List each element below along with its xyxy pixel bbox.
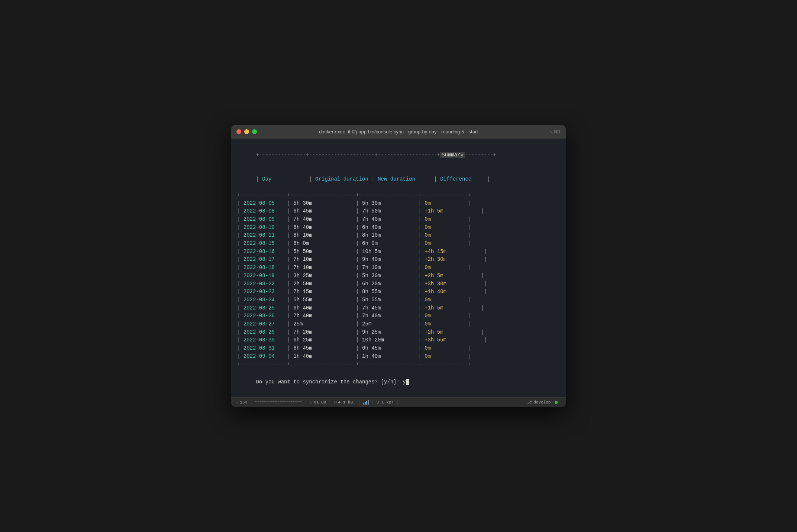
cell-day: 2022-08-29 <box>243 329 284 335</box>
col-diff-header: Difference <box>440 176 484 182</box>
bar4 <box>368 400 369 405</box>
cell-original: 5h 55m <box>293 297 353 303</box>
table-row: | 2022-09-04 | 1h 40m | 1h 40m | 0m | <box>237 353 560 361</box>
cell-day: 2022-08-30 <box>243 337 284 343</box>
summary-title: Summary <box>440 152 465 158</box>
cell-original: 7h 10m <box>293 265 353 270</box>
cell-day: 2022-08-17 <box>243 256 284 262</box>
cell-diff: 0m <box>425 224 431 230</box>
table-row: | 2022-08-09 | 7h 40m | 7h 40m | 0m | <box>237 215 560 224</box>
cell-day: 2022-08-22 <box>243 281 284 287</box>
cell-new: 5h 30m <box>362 200 415 206</box>
cell-new: 1h 40m <box>362 353 415 359</box>
network-down-value: 4.1 kB↓ <box>338 400 355 405</box>
terminal-body: +---------------+---------------------+-… <box>231 139 566 397</box>
cell-day: 2022-08-08 <box>243 208 284 214</box>
cell-new: 8h 55m <box>362 289 415 295</box>
table-rows: | 2022-08-05 | 5h 30m | 5h 30m | 0m || 2… <box>237 200 560 361</box>
cell-original: 25m <box>293 321 353 327</box>
cell-original: 7h 10m <box>293 256 353 262</box>
table-row: | 2022-08-27 | 25m | 25m | 0m | <box>237 320 560 328</box>
cell-new: 7h 45m <box>362 305 415 311</box>
cell-day: 2022-08-27 <box>243 321 284 327</box>
table-row: | 2022-08-11 | 8h 10m | 8h 10m | 0m | <box>237 231 560 240</box>
cell-original: 8h 10m <box>293 232 353 238</box>
terminal-window: docker exec -it t2j-app bin/console sync… <box>231 125 566 407</box>
network-up-value: 3.1 kB↑ <box>377 400 394 405</box>
prompt-line: Do you want to synchronize the changes? … <box>237 370 560 394</box>
cell-diff: +4h 15m <box>425 249 446 254</box>
bottom-separator: +---------------+---------------------+-… <box>237 360 560 369</box>
table-row: | 2022-08-10 | 6h 40m | 6h 40m | 0m | <box>237 224 560 232</box>
header-row: | Day | Original duration | New duration… <box>237 167 560 191</box>
table-row: | 2022-08-08 | 6h 45m | 7h 50m | +1h 5m … <box>237 207 560 215</box>
cell-original: 7h 15m <box>293 289 353 295</box>
table-row: | 2022-08-29 | 7h 20m | 9h 25m | +2h 5m … <box>237 328 560 337</box>
cell-diff: 0m <box>425 353 431 359</box>
table-row: | 2022-08-16 | 5h 50m | 10h 5m | +4h 15m… <box>237 248 560 256</box>
cell-diff: 0m <box>425 321 431 327</box>
network-up-status: 3.1 kB↑ <box>373 400 398 405</box>
cell-diff: +2h 5m <box>425 329 443 335</box>
table-row: | 2022-08-23 | 7h 15m | 8h 55m | +1h 40m… <box>237 288 560 296</box>
network-down-status: ⊡ 4.1 kB↓ <box>330 399 359 405</box>
cell-new: 25m <box>362 321 415 327</box>
branch-icon: ⎇ <box>527 400 532 405</box>
branch-status: ⎇ develop+ <box>523 400 561 405</box>
cell-diff: +2h 30m <box>425 256 446 262</box>
branch-dot <box>555 401 558 404</box>
cell-diff: +3h 30m <box>425 281 446 287</box>
col-new-header: New duration <box>378 176 431 182</box>
cell-original: 1h 40m <box>293 353 353 359</box>
cell-original: 6h 0m <box>293 240 353 246</box>
table-row: | 2022-08-19 | 3h 25m | 5h 30m | +2h 5m … <box>237 272 560 280</box>
maximize-button[interactable] <box>252 129 257 134</box>
prompt-input: y <box>403 379 406 385</box>
close-button[interactable] <box>236 129 241 134</box>
cell-day: 2022-08-23 <box>243 289 284 295</box>
window-title: docker exec -it t2j-app bin/console sync… <box>319 129 478 134</box>
cell-day: 2022-08-10 <box>243 224 284 230</box>
memory-status: ⊟ 61 GB <box>306 399 330 405</box>
table-row: | 2022-08-24 | 5h 55m | 5h 55m | 0m | <box>237 296 560 304</box>
status-bar: ⊞ 15% ~~~~~~~~~~~~~~~~~~~~~ ⊟ 61 GB ⊡ 4.… <box>231 397 566 407</box>
cell-diff: +1h 5m <box>425 305 443 311</box>
minimize-button[interactable] <box>244 129 249 134</box>
cell-original: 3h 25m <box>293 273 353 279</box>
bar3 <box>366 401 367 405</box>
cell-original: 2h 50m <box>293 281 353 287</box>
top-separator: +---------------+---------------------+-… <box>237 143 560 167</box>
col-day-header: Day <box>262 176 306 182</box>
cell-original: 5h 30m <box>293 200 353 206</box>
cell-day: 2022-08-19 <box>243 273 284 279</box>
prompt-text: Do you want to synchronize the changes? … <box>256 379 403 385</box>
cell-day: 2022-08-09 <box>243 216 284 222</box>
cell-diff: 0m <box>425 297 431 303</box>
cell-day: 2022-08-15 <box>243 240 284 246</box>
cell-new: 9h 40m <box>362 256 415 262</box>
table-row: | 2022-08-30 | 6h 25m | 10h 20m | +3h 55… <box>237 336 560 344</box>
table-row: | 2022-08-18 | 7h 10m | 7h 10m | 0m | <box>237 264 560 272</box>
cell-original: 7h 40m <box>293 313 353 319</box>
cell-new: 9h 25m <box>362 329 415 335</box>
cell-new: 8h 10m <box>362 232 415 238</box>
cell-diff: 0m <box>425 216 431 222</box>
table-row: | 2022-08-15 | 6h 0m | 6h 0m | 0m | <box>237 240 560 248</box>
network-icon: ⊡ <box>334 399 336 405</box>
cell-new: 5h 30m <box>362 273 415 279</box>
cell-diff: +1h 5m <box>425 208 443 214</box>
cell-day: 2022-08-24 <box>243 297 284 303</box>
cell-day: 2022-09-04 <box>243 353 284 359</box>
cell-original: 6h 45m <box>293 345 353 351</box>
cell-original: 7h 40m <box>293 216 353 222</box>
title-bar: docker exec -it t2j-app bin/console sync… <box>231 125 566 139</box>
table-row: | 2022-08-05 | 5h 30m | 5h 30m | 0m | <box>237 200 560 208</box>
sub-separator: +---------------+---------------------+-… <box>237 191 560 200</box>
cell-day: 2022-08-11 <box>243 232 284 238</box>
cell-new: 5h 55m <box>362 297 415 303</box>
cell-diff: 0m <box>425 345 431 351</box>
traffic-lights <box>236 129 257 134</box>
memory-icon: ⊟ <box>310 399 312 405</box>
shortcut-label: ⌥⌘1 <box>548 129 561 134</box>
cell-diff: 0m <box>425 265 431 270</box>
